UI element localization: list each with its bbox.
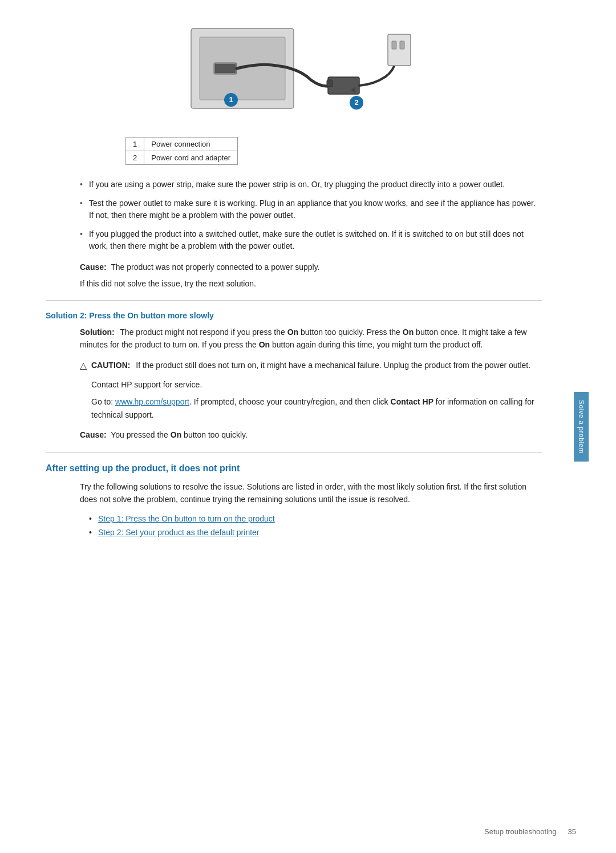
goto-after: . If prompted, choose your country/regio… <box>189 397 391 406</box>
divider-2 <box>46 452 542 453</box>
cause-2-text-end: button too quickly. <box>181 430 248 439</box>
legend-row-1: 1 Power connection <box>126 138 238 151</box>
caution-icon: △ <box>80 360 87 371</box>
cause-2-on: On <box>171 430 181 439</box>
divider-1 <box>46 300 542 301</box>
bullet-item-3: If you plugged the product into a switch… <box>80 228 542 252</box>
cause-2-label: Cause: <box>80 430 107 439</box>
solve-problem-tab: Solve a problem <box>574 391 589 461</box>
goto-before: Go to: <box>91 397 115 406</box>
cause-1: Cause: The product was not properly conn… <box>80 261 542 273</box>
cause-2-text-before: You pressed the <box>111 430 171 439</box>
legend-row-2: 2 Power cord and adapter <box>126 151 238 165</box>
step-2-link[interactable]: Step 2: Set your product as the default … <box>98 528 260 537</box>
solution-2-text: Solution: The product might not respond … <box>80 326 542 351</box>
cause-1-label: Cause: <box>80 262 107 272</box>
legend-label-2: Power cord and adapter <box>144 151 238 165</box>
solution-2-body: The product might not respond if you pre… <box>80 328 527 349</box>
after-section-heading: After setting up the product, it does no… <box>46 463 542 474</box>
svg-text:1: 1 <box>229 95 233 104</box>
steps-list: Step 1: Press the On button to turn on t… <box>89 514 542 537</box>
step-2-item: Step 2: Set your product as the default … <box>89 528 542 537</box>
diagram-container: 1 2 <box>46 11 542 126</box>
caution-text: If the product still does not turn on, i… <box>136 361 530 370</box>
next-solution-text: If this did not solve the issue, try the… <box>80 278 542 290</box>
legend-number-1: 1 <box>126 138 144 151</box>
svg-rect-8 <box>388 34 411 66</box>
page-footer: Setup troubleshooting 35 <box>484 827 576 836</box>
legend-label-1: Power connection <box>144 138 238 151</box>
bullet-item-1: If you are using a power strip, make sur… <box>80 179 542 191</box>
goto-url[interactable]: www.hp.com/support <box>115 397 189 406</box>
legend-number-2: 2 <box>126 151 144 165</box>
solution-2-label: Solution: <box>80 328 115 337</box>
page-number: 35 <box>568 827 576 836</box>
legend-table: 1 Power connection 2 Power cord and adap… <box>125 137 238 165</box>
contact-text: Contact HP support for service. <box>91 378 542 391</box>
solution-2-block: Solution: The product might not respond … <box>80 326 542 351</box>
goto-block: Go to: www.hp.com/support. If prompted, … <box>91 395 542 421</box>
power-diagram: 1 2 <box>174 11 414 126</box>
caution-label: CAUTION: <box>91 361 130 370</box>
caution-content: CAUTION: If the product still does not t… <box>91 359 530 371</box>
svg-text:2: 2 <box>354 98 358 107</box>
svg-rect-10 <box>400 41 404 49</box>
solution-2-heading: Solution 2: Press the On button more slo… <box>46 311 542 320</box>
svg-rect-3 <box>215 64 236 73</box>
svg-rect-7 <box>327 80 333 87</box>
after-section: After setting up the product, it does no… <box>46 463 542 537</box>
caution-block: △ CAUTION: If the product still does not… <box>80 359 542 371</box>
cause-2: Cause: You pressed the On button too qui… <box>80 429 542 441</box>
cause-1-text: The product was not properly connected t… <box>111 262 319 272</box>
footer-label: Setup troubleshooting <box>484 827 556 836</box>
main-content: 1 2 <box>0 0 576 853</box>
bullet-item-2: Test the power outlet to make sure it is… <box>80 197 542 221</box>
after-intro: Try the following solutions to resolve t… <box>80 480 542 506</box>
goto-bold: Contact HP <box>391 397 433 406</box>
step-1-item: Step 1: Press the On button to turn on t… <box>89 514 542 523</box>
svg-rect-9 <box>392 41 396 49</box>
step-1-link[interactable]: Step 1: Press the On button to turn on t… <box>98 514 275 523</box>
bullet-list: If you are using a power strip, make sur… <box>80 179 542 252</box>
